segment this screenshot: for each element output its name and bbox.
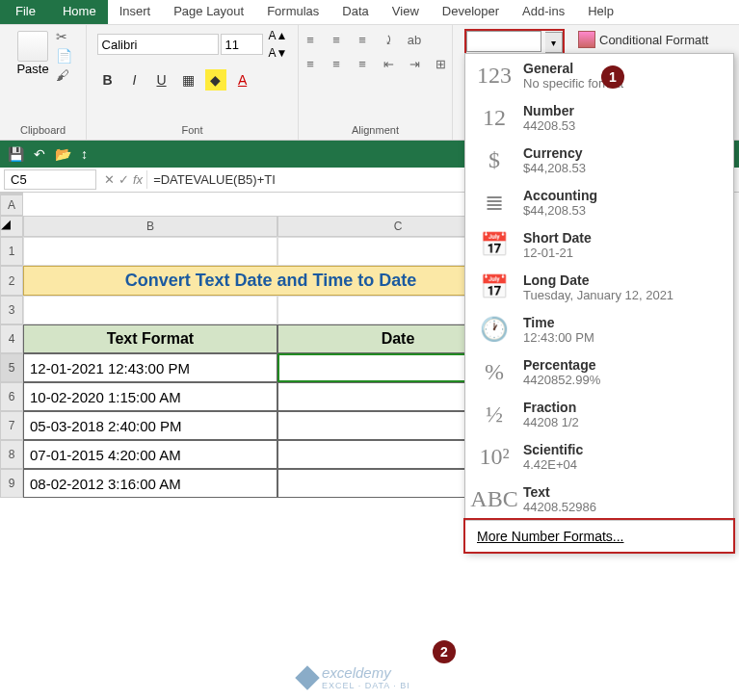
cell-B3[interactable] [23, 296, 277, 324]
format-preview: 4.42E+04 [523, 457, 724, 472]
tab-data[interactable]: Data [330, 0, 380, 24]
format-preview: 44208.52986 [523, 500, 724, 514]
title-cell[interactable]: Convert Text Date and Time to Date [23, 266, 518, 296]
row-head-2[interactable]: 2 [0, 266, 23, 296]
col-head-B[interactable]: B [23, 216, 277, 237]
format-option-number[interactable]: 12 Number 44208.53 [465, 96, 733, 139]
format-option-time[interactable]: 🕐 Time 12:43:00 PM [465, 308, 733, 350]
format-name: Accounting [523, 188, 724, 203]
align-middle-icon[interactable]: ≡ [325, 29, 348, 50]
align-right-icon[interactable]: ≡ [351, 53, 374, 74]
increase-indent-icon[interactable]: ⇥ [403, 53, 426, 74]
tab-page-layout[interactable]: Page Layout [162, 0, 255, 24]
format-icon: % [475, 356, 514, 387]
format-icon: $ [475, 144, 514, 175]
sort-icon[interactable]: ↕ [81, 146, 88, 162]
watermark-brand: exceldemy [322, 664, 410, 681]
row-head-3[interactable]: 3 [0, 296, 23, 324]
tab-home[interactable]: Home [51, 0, 108, 24]
cut-icon[interactable]: ✂ [56, 29, 72, 44]
align-left-icon[interactable]: ≡ [299, 53, 322, 74]
tab-view[interactable]: View [381, 0, 431, 24]
row-head-4[interactable]: 4 [0, 324, 23, 353]
tab-formulas[interactable]: Formulas [255, 0, 330, 24]
bold-button[interactable]: B [97, 69, 119, 91]
paste-button[interactable]: Paste [13, 29, 52, 77]
wrap-text-icon[interactable]: ab [403, 29, 426, 50]
underline-button[interactable]: U [151, 69, 172, 91]
row-head-8[interactable]: 8 [0, 440, 23, 469]
copy-icon[interactable]: 📄 [56, 48, 72, 64]
format-name: Text [523, 484, 724, 500]
save-icon[interactable]: 💾 [8, 146, 24, 162]
row-head-5[interactable]: 5 [0, 353, 23, 382]
undo-icon[interactable]: ↶ [34, 146, 45, 162]
format-preview: 44208.53 [523, 118, 724, 133]
row-head-7[interactable]: 7 [0, 411, 23, 440]
tab-addins[interactable]: Add-ins [511, 0, 576, 24]
enter-formula-icon[interactable]: ✓ [119, 172, 129, 187]
conditional-formatting-button[interactable]: Conditional Formatt [578, 31, 708, 48]
align-top-icon[interactable]: ≡ [299, 29, 322, 50]
cell-B8[interactable]: 07-01-2015 4:20:00 AM [23, 440, 277, 469]
header-text-format[interactable]: Text Format [23, 324, 277, 353]
format-option-percentage[interactable]: % Percentage 4420852.99% [465, 350, 733, 393]
format-preview: 44208 1/2 [523, 415, 724, 429]
font-color-button[interactable]: A [232, 69, 253, 91]
format-preview: 4420852.99% [523, 373, 724, 387]
name-box[interactable]: C5 [4, 169, 96, 190]
number-format-input[interactable] [466, 31, 541, 52]
border-button[interactable]: ▦ [178, 69, 199, 91]
cell-B5[interactable]: 12-01-2021 12:43:00 PM [23, 353, 277, 382]
watermark: exceldemy EXCEL · DATA · BI [299, 664, 410, 690]
number-format-dropdown-icon[interactable]: ▾ [545, 32, 563, 53]
number-format-dropdown: 123 General No specific format12 Number … [464, 53, 734, 553]
orientation-icon[interactable]: ⤸ [377, 29, 400, 50]
format-name: Short Date [523, 230, 724, 246]
format-name: Percentage [523, 357, 724, 373]
watermark-sub: EXCEL · DATA · BI [322, 681, 410, 690]
format-name: Number [523, 103, 724, 118]
format-painter-icon[interactable]: 🖌 [56, 67, 72, 83]
fill-color-button[interactable]: ◆ [205, 69, 226, 91]
italic-button[interactable]: I [124, 69, 145, 91]
fx-icon[interactable]: fx [133, 172, 143, 187]
align-bottom-icon[interactable]: ≡ [351, 29, 374, 50]
format-option-text[interactable]: ABC Text 44208.52986 [465, 478, 733, 520]
decrease-indent-icon[interactable]: ⇤ [377, 53, 400, 74]
row-head-9[interactable]: 9 [0, 469, 23, 498]
cell-B9[interactable]: 08-02-2012 3:16:00 AM [23, 469, 277, 498]
format-option-short-date[interactable]: 📅 Short Date 12-01-21 [465, 223, 733, 266]
merge-icon[interactable]: ⊞ [429, 53, 452, 74]
font-name-select[interactable] [97, 34, 219, 55]
tab-developer[interactable]: Developer [431, 0, 511, 24]
row-head-1[interactable]: 1 [0, 237, 23, 266]
format-option-scientific[interactable]: 10² Scientific 4.42E+04 [465, 435, 733, 478]
format-option-long-date[interactable]: 📅 Long Date Tuesday, January 12, 2021 [465, 266, 733, 308]
col-blank[interactable]: A [0, 194, 23, 216]
watermark-icon [295, 665, 319, 689]
cell-B7[interactable]: 05-03-2018 2:40:00 PM [23, 411, 277, 440]
more-number-formats[interactable]: More Number Formats... [465, 520, 733, 552]
shrink-font-icon[interactable]: A▼ [269, 46, 288, 60]
format-option-accounting[interactable]: ≣ Accounting $44,208.53 [465, 181, 733, 223]
group-alignment: ≡ ≡ ≡ ⤸ ab ≡ ≡ ≡ ⇤ ⇥ ⊞ Alignment [299, 25, 453, 140]
corner[interactable]: ◢ [0, 216, 23, 237]
open-icon[interactable]: 📂 [55, 146, 71, 162]
cancel-formula-icon[interactable]: ✕ [104, 172, 115, 187]
clipboard-label: Clipboard [20, 122, 66, 138]
format-option-fraction[interactable]: ½ Fraction 44208 1/2 [465, 393, 733, 435]
format-option-currency[interactable]: $ Currency $44,208.53 [465, 139, 733, 181]
font-size-select[interactable] [221, 34, 263, 55]
tab-help[interactable]: Help [576, 0, 625, 24]
grow-font-icon[interactable]: A▲ [269, 29, 288, 42]
tab-insert[interactable]: Insert [108, 0, 163, 24]
format-name: Time [523, 315, 724, 330]
tab-file[interactable]: File [0, 0, 51, 24]
cell-B6[interactable]: 10-02-2020 1:15:00 AM [23, 382, 277, 411]
cell-B1[interactable] [23, 237, 277, 266]
row-head-6[interactable]: 6 [0, 382, 23, 411]
format-option-general[interactable]: 123 General No specific format [465, 54, 733, 96]
align-center-icon[interactable]: ≡ [325, 53, 348, 74]
format-preview: Tuesday, January 12, 2021 [523, 288, 724, 302]
